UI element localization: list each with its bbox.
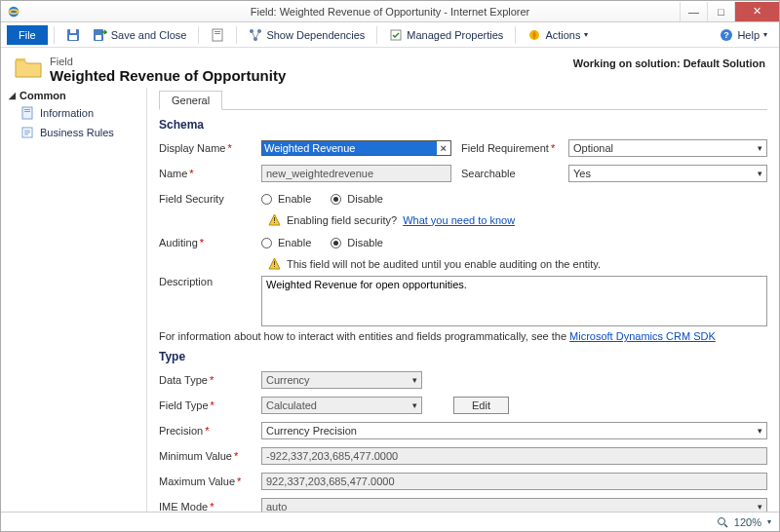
precision-label: Precision*: [159, 425, 261, 437]
status-bar: 120% ▾: [1, 512, 779, 531]
actions-label: Actions: [545, 29, 580, 41]
window-minimize-button[interactable]: —: [680, 2, 707, 21]
precision-select[interactable]: Currency Precision▾: [261, 422, 767, 439]
disable-label: Disable: [347, 237, 383, 248]
nav-item-business-rules[interactable]: Business Rules: [7, 123, 146, 142]
section-schema: Schema: [159, 118, 767, 132]
svg-rect-24: [274, 266, 275, 267]
edit-button[interactable]: Edit: [453, 397, 509, 414]
sdk-note: For information about how to interact wi…: [159, 330, 767, 342]
save-and-close-button[interactable]: Save and Close: [88, 25, 193, 45]
enable-label: Enable: [278, 237, 311, 248]
field-type-select[interactable]: Calculated▾: [261, 397, 422, 414]
tab-general[interactable]: General: [159, 91, 222, 110]
managed-properties-button[interactable]: Managed Properties: [383, 25, 509, 45]
save-button[interactable]: [60, 25, 86, 45]
clear-icon[interactable]: ×: [437, 142, 450, 154]
auditing-enable-radio[interactable]: [261, 238, 272, 248]
svg-rect-3: [70, 29, 76, 33]
data-type-select[interactable]: Currency▾: [261, 371, 422, 389]
field-requirement-select[interactable]: Optional▾: [568, 139, 767, 157]
zoom-icon: [717, 516, 728, 528]
toolbar-separator: [376, 26, 377, 44]
left-nav: ◢ Common Information Business Rules: [1, 88, 147, 512]
managed-properties-icon: [389, 28, 403, 42]
name-input[interactable]: [261, 165, 451, 182]
name-label: Name*: [159, 168, 261, 179]
field-security-enable-radio[interactable]: [261, 194, 272, 205]
folder-icon: [15, 56, 42, 79]
nav-section-label: Common: [20, 90, 66, 101]
actions-icon: [527, 28, 541, 42]
window-titlebar: Field: Weighted Revenue of Opportunity -…: [1, 1, 779, 22]
svg-line-26: [724, 524, 727, 527]
toolbar-separator: [515, 26, 516, 44]
svg-point-25: [718, 517, 724, 524]
nav-item-information[interactable]: Information: [7, 103, 146, 123]
nav-item-label: Information: [40, 107, 94, 119]
save-icon: [66, 28, 80, 42]
window-close-button[interactable]: ✕: [734, 2, 779, 21]
minimum-value-input[interactable]: [261, 447, 767, 465]
svg-rect-19: [24, 111, 30, 112]
field-type-label: Field Type*: [159, 399, 261, 411]
toolbar-separator: [236, 26, 237, 44]
svg-rect-7: [214, 31, 220, 32]
page-header: Field Weighted Revenue of Opportunity Wo…: [1, 48, 779, 88]
breadcrumb: Field: [50, 56, 286, 67]
chevron-down-icon[interactable]: ▾: [767, 517, 771, 526]
sdk-link[interactable]: Microsoft Dynamics CRM SDK: [569, 330, 716, 342]
auditing-disable-radio[interactable]: [331, 238, 341, 248]
app-toolbar: File Save and Close Show Dependencies Ma…: [1, 22, 779, 48]
chevron-down-icon: ▾: [758, 143, 762, 153]
enable-label: Enable: [278, 193, 311, 205]
svg-rect-21: [274, 217, 275, 221]
maximum-value-input[interactable]: [261, 473, 767, 490]
chevron-down-icon: ▾: [758, 169, 762, 178]
save-and-close-label: Save and Close: [111, 29, 187, 41]
chevron-down-icon: ▾: [758, 426, 762, 436]
svg-rect-6: [213, 29, 222, 41]
ime-mode-select[interactable]: auto▾: [261, 498, 767, 512]
svg-point-0: [9, 6, 20, 17]
field-security-learn-more-link[interactable]: What you need to know: [403, 214, 515, 226]
dependencies-icon: [249, 28, 262, 42]
nav-item-label: Business Rules: [40, 127, 114, 138]
ie-icon: [7, 5, 20, 19]
svg-rect-18: [24, 109, 30, 110]
warning-icon: [268, 213, 281, 226]
field-requirement-label: Field Requirement*: [461, 142, 568, 154]
solution-context-label: Working on solution: Default Solution: [573, 57, 765, 69]
managed-properties-label: Managed Properties: [407, 29, 503, 41]
window-title: Field: Weighted Revenue of Opportunity -…: [0, 6, 780, 18]
actions-menu-button[interactable]: Actions ▾: [522, 25, 594, 45]
maximum-value-label: Maximum Value*: [159, 475, 261, 487]
nav-section-common[interactable]: ◢ Common: [7, 88, 146, 103]
window-maximize-button[interactable]: □: [707, 2, 734, 21]
toolbar-separator: [54, 26, 55, 44]
help-icon: ?: [720, 28, 733, 42]
file-menu-button[interactable]: File: [7, 25, 48, 45]
page-title: Weighted Revenue of Opportunity: [50, 67, 286, 84]
auditing-label: Auditing*: [159, 237, 261, 248]
svg-rect-22: [274, 222, 275, 223]
warning-icon: [268, 257, 281, 270]
svg-rect-16: [16, 58, 25, 61]
svg-text:?: ?: [724, 30, 730, 40]
toolbar-icon-button[interactable]: [205, 25, 230, 45]
save-close-icon: [94, 28, 107, 42]
chevron-down-icon: ▾: [758, 502, 762, 512]
searchable-select[interactable]: Yes▾: [568, 165, 767, 182]
help-button[interactable]: ? Help ▾: [714, 25, 773, 45]
show-dependencies-button[interactable]: Show Dependencies: [243, 25, 370, 45]
chevron-down-icon: ▾: [412, 400, 417, 410]
zoom-level[interactable]: 120%: [734, 516, 761, 528]
field-security-disable-radio[interactable]: [331, 194, 341, 205]
display-name-input[interactable]: Weighted Revenue ×: [261, 140, 451, 156]
disable-label: Disable: [347, 193, 383, 205]
caret-down-icon: ◢: [9, 91, 16, 100]
show-dependencies-label: Show Dependencies: [266, 29, 365, 41]
description-textarea[interactable]: [261, 276, 767, 326]
searchable-label: Searchable: [461, 168, 568, 179]
svg-rect-5: [96, 35, 101, 40]
